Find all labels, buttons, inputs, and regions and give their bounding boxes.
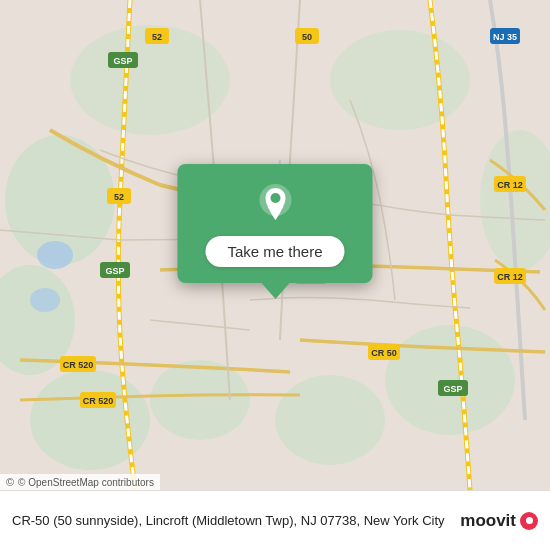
svg-text:CR 12: CR 12	[497, 180, 523, 190]
svg-point-5	[275, 375, 385, 465]
svg-point-8	[330, 30, 470, 130]
svg-text:CR 12: CR 12	[497, 272, 523, 282]
take-me-there-button[interactable]: Take me there	[205, 236, 344, 267]
svg-point-10	[37, 241, 73, 269]
moovit-logo: moovit	[460, 511, 538, 531]
moovit-name: moovit	[460, 511, 516, 531]
address-text: CR-50 (50 sunnyside), Lincroft (Middleto…	[12, 513, 460, 528]
svg-point-11	[30, 288, 60, 312]
svg-text:52: 52	[152, 32, 162, 42]
svg-text:CR 520: CR 520	[83, 396, 114, 406]
location-pin-icon	[253, 182, 297, 226]
svg-text:50: 50	[302, 32, 312, 42]
map-container: 52 GSP 50 NJ 35 GSP 52 CR 50 CR 12 CR 12…	[0, 0, 550, 490]
openstreetmap-logo: ©	[6, 476, 14, 488]
attribution: © © OpenStreetMap contributors	[0, 474, 160, 490]
svg-point-4	[150, 360, 250, 440]
attribution-text: © OpenStreetMap contributors	[18, 477, 154, 488]
moovit-dot-icon	[520, 512, 538, 530]
svg-text:GSP: GSP	[113, 56, 132, 66]
svg-text:CR 50: CR 50	[371, 348, 397, 358]
popup-card: Take me there	[177, 164, 372, 283]
svg-text:52: 52	[114, 192, 124, 202]
svg-text:GSP: GSP	[443, 384, 462, 394]
svg-text:GSP: GSP	[105, 266, 124, 276]
info-bar: CR-50 (50 sunnyside), Lincroft (Middleto…	[0, 490, 550, 550]
svg-text:CR 520: CR 520	[63, 360, 94, 370]
svg-text:NJ 35: NJ 35	[493, 32, 517, 42]
map-popup: Take me there	[177, 164, 372, 299]
popup-triangle	[261, 283, 289, 299]
svg-point-39	[270, 193, 280, 203]
